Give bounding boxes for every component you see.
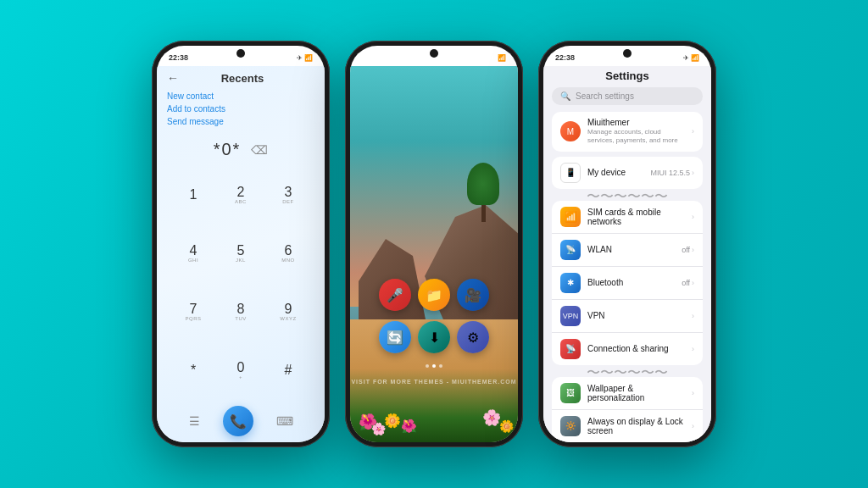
chevron-icon: ›	[692, 422, 694, 430]
settings-screen: Settings 🔍 Search settings M Miuithemer …	[543, 66, 711, 442]
device-label: My device	[587, 168, 643, 177]
key-num: 4	[190, 244, 198, 258]
divider-2: 〜〜〜〜〜〜	[552, 370, 703, 377]
key-2[interactable]: 2ABC	[218, 166, 264, 223]
key-num: 9	[285, 302, 292, 316]
lockscreen-title: Always on display & Lock screen	[587, 417, 685, 435]
wallpaper-icon: 🖼	[560, 383, 581, 403]
lockscreen-item[interactable]: 🔆 Always on display & Lock screen ›	[552, 410, 703, 442]
app-download[interactable]: ⬇	[418, 321, 450, 353]
key-num: 5	[237, 244, 245, 258]
dialer-display: *0* ⌫	[157, 131, 325, 163]
bluetooth-item[interactable]: ✱ Bluetooth off ›	[552, 267, 703, 300]
key-hash[interactable]: #	[265, 341, 311, 398]
lockscreen-icon: 🔆	[560, 416, 581, 436]
app-folder[interactable]: 📁	[418, 279, 450, 311]
app-video[interactable]: 🎥	[457, 279, 489, 311]
profile-avatar: M	[560, 121, 581, 141]
dialer-number: *0*	[214, 140, 242, 159]
key-star[interactable]: *	[170, 341, 216, 398]
key-5[interactable]: 5JKL	[218, 225, 264, 281]
profile-item[interactable]: M Miuithemer Manage accounts, cloud serv…	[552, 112, 703, 152]
app-mic[interactable]: 🎤	[379, 279, 411, 311]
vpn-item[interactable]: VPN VPN ›	[552, 300, 703, 333]
phone-2: 22:38 ✈ 📶 🌺 🌸 🌼 🌺 🌸 🌼 🎤	[345, 41, 523, 447]
wlan-item[interactable]: 📡 WLAN off ›	[552, 234, 703, 267]
connection-title: Connection & sharing	[587, 344, 685, 353]
wlan-title: WLAN	[587, 245, 675, 254]
divider-1: 〜〜〜〜〜〜	[552, 194, 703, 201]
dot	[426, 364, 429, 368]
dialpad-icon[interactable]: ⌨	[276, 414, 293, 428]
punch-hole-3	[623, 49, 632, 58]
wlan-status: off ›	[682, 246, 694, 254]
profile-name: Miuithemer	[587, 118, 685, 127]
search-placeholder-text: Search settings	[576, 92, 634, 101]
dialer-screen: ← Recents New contact Add to contacts Se…	[157, 66, 325, 442]
punch-hole-2	[430, 49, 438, 58]
flowers: 🌺 🌸 🌼 🌺 🌸 🌼	[350, 385, 518, 435]
tree-top	[467, 163, 499, 205]
bluetooth-title: Bluetooth	[587, 278, 675, 287]
key-8[interactable]: 8TUV	[218, 283, 264, 340]
chevron-icon: ›	[692, 389, 694, 397]
key-num: 3	[285, 186, 292, 199]
connection-content: Connection & sharing	[587, 344, 685, 353]
display-card: 🖼 Wallpaper & personalization › 🔆 Always…	[552, 377, 703, 442]
home-dots	[426, 364, 442, 368]
key-7[interactable]: 7PQRS	[170, 283, 216, 340]
delete-button[interactable]: ⌫	[251, 143, 268, 157]
key-4[interactable]: 4GHI	[170, 225, 216, 281]
add-contact-link[interactable]: Add to contacts	[167, 104, 314, 114]
wallpaper-content: Wallpaper & personalization	[587, 384, 685, 402]
dialer-header: ← Recents	[157, 66, 325, 90]
sim-content: SIM cards & mobile networks	[587, 208, 685, 226]
new-contact-link[interactable]: New contact	[167, 92, 314, 101]
bluetooth-content: Bluetooth	[587, 278, 675, 287]
wlan-content: WLAN	[587, 245, 675, 254]
key-num: 7	[190, 302, 198, 316]
bluetooth-icon: ✱	[560, 273, 581, 293]
device-content: My device	[587, 168, 643, 177]
wlan-icon: 📡	[560, 240, 581, 260]
connection-item[interactable]: 📡 Connection & sharing ›	[552, 333, 703, 365]
punch-hole-1	[236, 49, 245, 58]
phone-3: 22:38 ✈ 📶 Settings 🔍 Search settings M M…	[538, 41, 716, 447]
home-screen[interactable]: 🌺 🌸 🌼 🌺 🌸 🌼 🎤 📁 🎥 🔄 ⬇ ⚙	[350, 66, 518, 442]
key-3[interactable]: 3DEF	[265, 166, 311, 223]
key-num: 0	[237, 361, 245, 374]
key-num: #	[285, 363, 292, 377]
keypad: 1 2ABC 3DEF 4GHI 5JKL 6MNO 7PQRS 8TUV 9W…	[157, 163, 325, 405]
device-item[interactable]: 📱 My device MIUI 12.5.5 ›	[552, 157, 703, 189]
key-6[interactable]: 6MNO	[265, 225, 311, 281]
key-num: 1	[190, 188, 198, 202]
key-num: 6	[285, 244, 292, 258]
key-0[interactable]: 0+	[218, 341, 264, 398]
vpn-title: VPN	[587, 311, 685, 320]
chevron-icon: ›	[692, 213, 694, 221]
back-button[interactable]: ←	[167, 71, 179, 85]
vpn-content: VPN	[587, 311, 685, 320]
call-button[interactable]: 📞	[223, 406, 253, 436]
home-apps-row2: 🔄 ⬇ ⚙	[379, 321, 489, 353]
key-num: 2	[237, 186, 245, 199]
app-refresh[interactable]: 🔄	[379, 321, 411, 353]
network-card: 📶 SIM cards & mobile networks › 📡 WLAN o…	[552, 201, 703, 365]
settings-title: Settings	[543, 66, 711, 87]
settings-search-bar[interactable]: 🔍 Search settings	[552, 87, 703, 105]
key-num: *	[191, 363, 196, 377]
profile-content: Miuithemer Manage accounts, cloud servic…	[587, 118, 685, 146]
app-settings-icon[interactable]: ⚙	[457, 321, 489, 353]
sim-icon: 📶	[560, 207, 581, 227]
phone-1: 22:38 ✈ 📶 ← Recents New contact Add to c…	[152, 41, 330, 447]
send-message-link[interactable]: Send message	[167, 117, 314, 126]
profile-sub: Manage accounts, cloud services, payment…	[587, 128, 685, 146]
device-version: MIUI 12.5.5 ›	[650, 169, 694, 177]
dialer-bottom: ☰ 📞 ⌨	[157, 405, 325, 442]
key-1[interactable]: 1	[170, 166, 216, 223]
menu-icon[interactable]: ☰	[189, 414, 200, 428]
key-9[interactable]: 9WXYZ	[265, 283, 311, 340]
status-icons-1: ✈ 📶	[297, 54, 313, 62]
chevron-icon: ›	[692, 279, 694, 287]
wallpaper-title: Wallpaper & personalization	[587, 384, 685, 402]
